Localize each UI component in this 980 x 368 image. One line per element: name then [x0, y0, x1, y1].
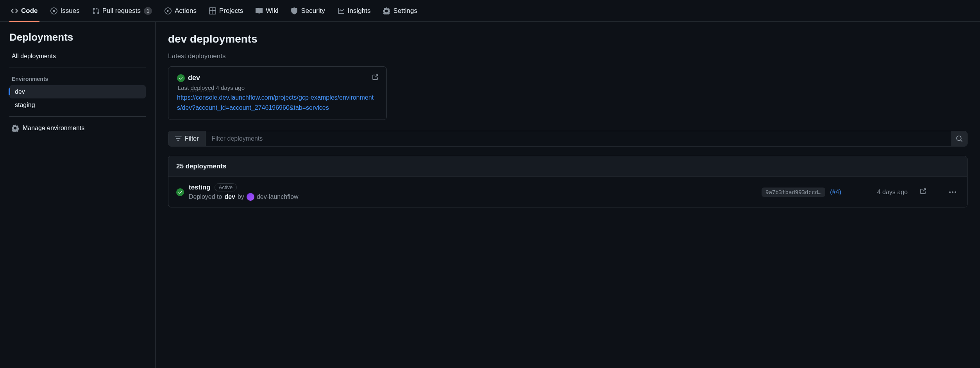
filter-button[interactable]: Filter — [168, 131, 206, 146]
deployment-row: testing Active Deployed to dev by dev-la… — [168, 177, 967, 207]
deployment-list: 25 deployments testing Active Deployed t… — [168, 156, 967, 207]
external-link-button[interactable] — [372, 74, 379, 82]
deploy-env-link[interactable]: dev — [224, 193, 235, 200]
issue-icon — [50, 7, 57, 14]
pr-link[interactable]: (#4) — [830, 189, 841, 196]
search-icon — [956, 135, 963, 142]
tab-code[interactable]: Code — [6, 0, 43, 22]
status-success-icon — [176, 188, 184, 196]
book-icon — [256, 7, 263, 14]
tab-code-label: Code — [21, 7, 38, 15]
latest-deployment-card: dev Last deployed 4 days ago https://con… — [168, 66, 387, 120]
sidebar-all-label: All deployments — [12, 53, 56, 60]
tab-projects[interactable]: Projects — [204, 0, 248, 22]
tab-settings-label: Settings — [393, 7, 417, 15]
divider — [9, 116, 146, 117]
tab-actions[interactable]: Actions — [160, 0, 201, 22]
tab-settings[interactable]: Settings — [378, 0, 422, 22]
gear-icon — [12, 125, 19, 132]
repo-nav: Code Issues Pull requests 1 Actions Proj… — [0, 0, 980, 22]
latest-subhead: Latest deployments — [168, 52, 967, 60]
gear-icon — [383, 7, 390, 14]
pull-request-icon — [92, 7, 99, 14]
content: dev deployments Latest deployments dev L… — [156, 22, 980, 368]
tab-wiki-label: Wiki — [266, 7, 278, 15]
kebab-menu-button[interactable] — [946, 188, 959, 196]
tab-pull-requests[interactable]: Pull requests 1 — [88, 0, 157, 22]
svg-point-0 — [53, 10, 55, 12]
status-badge: Active — [215, 183, 237, 191]
tab-wiki[interactable]: Wiki — [251, 0, 283, 22]
sidebar-env-dev-label: dev — [15, 88, 25, 95]
search-button[interactable] — [951, 131, 967, 146]
filter-button-label: Filter — [185, 135, 199, 142]
last-deploy-line: Last deployed 4 days ago — [178, 84, 378, 91]
sidebar-title: Deployments — [6, 31, 149, 43]
sidebar-manage-label: Manage environments — [23, 125, 84, 132]
deployment-name[interactable]: testing — [189, 184, 211, 191]
deployment-count: 25 deployments — [168, 156, 967, 177]
status-success-icon — [177, 74, 185, 82]
tab-insights-label: Insights — [348, 7, 371, 15]
deployed-link[interactable]: deployed — [191, 84, 215, 91]
latest-env-name[interactable]: dev — [188, 74, 200, 82]
actor-link[interactable]: dev-launchflow — [257, 193, 299, 200]
sidebar-manage-environments[interactable]: Manage environments — [6, 121, 149, 135]
sidebar-all-deployments[interactable]: All deployments — [6, 50, 149, 63]
pr-counter: 1 — [144, 7, 152, 15]
graph-icon — [338, 7, 345, 14]
tab-projects-label: Projects — [219, 7, 243, 15]
sidebar: Deployments All deployments Environments… — [0, 22, 156, 368]
sidebar-env-staging-label: staging — [15, 102, 35, 109]
sidebar-env-staging[interactable]: staging — [9, 98, 146, 112]
shield-icon — [291, 7, 298, 14]
deployment-url-link[interactable]: https://console.dev.launchflow.com/proje… — [177, 94, 374, 111]
play-icon — [165, 7, 172, 14]
tab-actions-label: Actions — [175, 7, 197, 15]
filter-icon — [175, 135, 182, 142]
external-link-button[interactable] — [919, 188, 926, 196]
tab-security-label: Security — [301, 7, 325, 15]
table-icon — [209, 7, 216, 14]
divider — [9, 68, 146, 68]
code-icon — [11, 7, 18, 14]
tab-pr-label: Pull requests — [102, 7, 141, 15]
sidebar-env-dev[interactable]: dev — [9, 85, 146, 98]
tab-security[interactable]: Security — [286, 0, 329, 22]
filter-bar: Filter — [168, 131, 967, 146]
avatar[interactable] — [247, 193, 254, 201]
page-title: dev deployments — [168, 33, 967, 45]
filter-input[interactable] — [206, 131, 951, 146]
commit-sha[interactable]: 9a7b3fbad993dccd… — [762, 188, 825, 197]
time-ago: 4 days ago — [877, 189, 908, 196]
tab-issues-label: Issues — [61, 7, 80, 15]
sidebar-env-heading: Environments — [6, 73, 149, 85]
tab-insights[interactable]: Insights — [333, 0, 376, 22]
tab-issues[interactable]: Issues — [46, 0, 84, 22]
